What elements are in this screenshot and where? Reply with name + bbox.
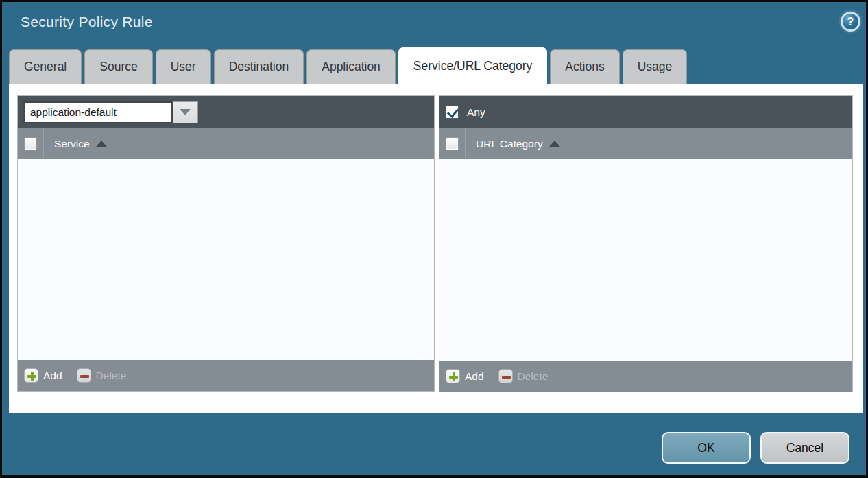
- tab-general[interactable]: General: [9, 49, 82, 84]
- service-column-header[interactable]: Service: [44, 128, 107, 159]
- plus-icon: [24, 368, 38, 383]
- dialog-title: Security Policy Rule: [21, 14, 153, 30]
- service-list-body[interactable]: [18, 159, 434, 360]
- url-delete-button[interactable]: Delete: [498, 369, 548, 383]
- tab-destination[interactable]: Destination: [214, 49, 304, 84]
- url-footer-bar: Add Delete: [439, 361, 852, 392]
- service-add-button[interactable]: Add: [24, 368, 62, 383]
- delete-label: Delete: [518, 370, 548, 383]
- cancel-button[interactable]: Cancel: [760, 432, 849, 464]
- url-category-column-header[interactable]: URL Category: [466, 128, 560, 159]
- security-policy-rule-dialog: Security Policy Rule ? General Source Us…: [0, 0, 868, 478]
- chevron-down-icon: [180, 109, 191, 115]
- tab-user[interactable]: User: [156, 49, 211, 84]
- plus-icon: [446, 369, 460, 383]
- service-type-input[interactable]: [23, 101, 173, 123]
- tab-usage[interactable]: Usage: [623, 49, 688, 84]
- url-category-column-label: URL Category: [476, 138, 543, 150]
- any-label: Any: [467, 106, 485, 119]
- service-footer-bar: Add Delete: [18, 360, 434, 391]
- any-checkbox[interactable]: [446, 106, 459, 119]
- minus-icon: [77, 368, 91, 383]
- url-category-panel: Any URL Category Add Delete: [439, 95, 853, 392]
- tab-service-url-category[interactable]: Service/URL Category: [398, 47, 547, 84]
- url-header-row: URL Category: [439, 128, 852, 159]
- tab-actions[interactable]: Actions: [550, 49, 619, 84]
- service-select-all-cell: [18, 128, 44, 159]
- url-category-list-body[interactable]: [439, 159, 852, 361]
- sort-ascending-icon: [96, 141, 107, 147]
- tab-content-area: Service Add Delete Any: [9, 84, 863, 413]
- service-select-all-checkbox[interactable]: [24, 137, 37, 150]
- service-panel: Service Add Delete: [17, 95, 435, 392]
- add-label: Add: [43, 370, 62, 382]
- service-header-row: Service: [18, 128, 434, 159]
- help-icon[interactable]: ?: [841, 12, 860, 32]
- service-dropdown-bar: [18, 96, 434, 128]
- service-type-dropdown-button[interactable]: [173, 101, 198, 123]
- tab-bar: General Source User Destination Applicat…: [9, 47, 687, 84]
- ok-button[interactable]: OK: [662, 432, 751, 464]
- url-add-button[interactable]: Add: [446, 369, 484, 383]
- url-select-all-cell: [439, 128, 466, 159]
- sort-ascending-icon: [549, 141, 560, 147]
- service-delete-button[interactable]: Delete: [77, 368, 127, 383]
- add-label: Add: [465, 370, 484, 383]
- tab-source[interactable]: Source: [84, 49, 152, 84]
- url-any-bar: Any: [439, 96, 852, 128]
- service-column-label: Service: [54, 138, 90, 150]
- minus-icon: [498, 369, 513, 383]
- tab-application[interactable]: Application: [306, 49, 396, 84]
- delete-label: Delete: [96, 370, 127, 382]
- url-select-all-checkbox[interactable]: [446, 137, 459, 150]
- service-type-dropdown: [23, 101, 198, 123]
